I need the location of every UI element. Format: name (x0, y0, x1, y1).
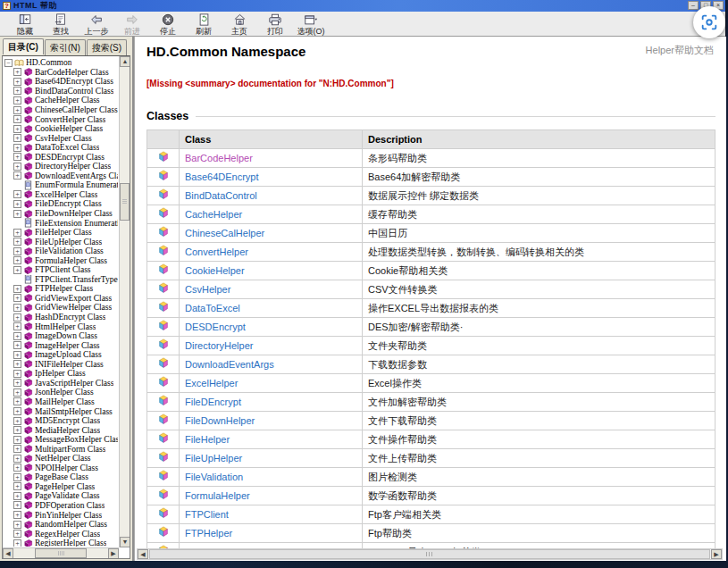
tree-item[interactable]: +PinYinHelper Class (4, 510, 118, 520)
tree-item[interactable]: +FormulaHelper Class (4, 255, 118, 265)
tree-expander[interactable]: + (13, 511, 21, 519)
content-horizontal-scrollbar[interactable]: ◀ ▶ (137, 548, 723, 560)
tree-item[interactable]: +DESDEncrypt Class (4, 152, 118, 162)
tree-item[interactable]: +ImageDown Class (4, 331, 118, 341)
tree-expander[interactable]: + (13, 229, 21, 237)
tree-item[interactable]: +ImageUpload Class (4, 350, 118, 360)
tree-expander[interactable]: + (13, 247, 21, 255)
tab-index[interactable]: 索引(N) (45, 39, 86, 55)
class-link[interactable]: DESDEncrypt (185, 322, 246, 332)
tree-expander[interactable]: + (13, 115, 21, 123)
tree-expander[interactable]: − (4, 59, 13, 67)
tree-item[interactable]: +FileDownHelper Class (4, 209, 118, 219)
hide-button[interactable]: 隐藏 (7, 13, 43, 38)
tree-expander[interactable]: + (13, 256, 21, 264)
options-button[interactable]: 选项(O) (293, 13, 329, 38)
tree-vscroll-thumb[interactable] (120, 183, 130, 221)
tree-item[interactable]: +NPOIHelper Class (4, 464, 118, 473)
tree-expander[interactable]: + (13, 530, 21, 538)
tree-item[interactable]: +CacheHelper Class (4, 96, 118, 105)
class-link[interactable]: CookieHelper (185, 265, 245, 276)
tree-item[interactable]: +DownloadEventArgs Class (4, 171, 118, 181)
class-link[interactable]: Base64DEncrypt (185, 171, 259, 182)
scroll-right-arrow[interactable]: ▶ (108, 548, 119, 559)
tree-hscroll-thumb[interactable] (35, 548, 87, 558)
tree-item[interactable]: +NetHelper Class (4, 454, 118, 464)
scroll-up-arrow[interactable]: ▲ (120, 56, 130, 67)
tree-item[interactable]: +HtmlHelper Class (4, 322, 118, 331)
class-link[interactable]: CsvHelper (185, 284, 230, 295)
tree-item[interactable]: +BindDataControl Class (4, 87, 118, 96)
tree-item[interactable]: +MailHelper Class (4, 397, 118, 407)
tree-expander[interactable]: + (13, 492, 21, 500)
tree-expander[interactable]: + (13, 210, 21, 218)
locate-button[interactable]: 查找 (43, 13, 79, 38)
tree-expander[interactable]: + (13, 125, 21, 133)
tree-expander[interactable]: + (13, 78, 21, 86)
tree-expander[interactable]: + (13, 473, 21, 481)
tree-expander[interactable]: + (13, 332, 21, 340)
tree-item[interactable]: +CookieHelper Class (4, 124, 118, 134)
tree-item[interactable]: +GridViewHelper Class (4, 303, 118, 313)
tree-item[interactable]: +MD5Encrypt Class (4, 416, 118, 426)
tree-expander[interactable]: + (13, 294, 21, 302)
tree-item[interactable]: +MailSmtpHelper Class (4, 406, 118, 416)
tree-item[interactable]: +Base64DEncrypt Class (4, 77, 118, 87)
tree-item[interactable]: +FileHelper Class (4, 228, 118, 238)
tree-item[interactable]: +RegisterHelper Class (4, 539, 118, 547)
refresh-button[interactable]: 刷新 (186, 13, 222, 38)
tree-item[interactable]: +FTPHelper Class (4, 284, 118, 294)
tree-item[interactable]: +ChineseCalHelper Class (4, 105, 118, 115)
tree-item[interactable]: +ExcelHelper Class (4, 190, 118, 200)
tree-item[interactable]: +ConvertHelper Class (4, 114, 118, 124)
tree-item[interactable]: +CsvHelper Class (4, 133, 118, 143)
content-hscroll-thumb[interactable] (149, 549, 710, 559)
tree-expander[interactable]: + (13, 436, 21, 444)
class-link[interactable]: ChineseCalHelper (185, 228, 264, 238)
tree-item[interactable]: +DirectoryHelper Class (4, 162, 118, 171)
tree-expander[interactable]: + (13, 464, 21, 472)
tree-item[interactable]: +DataToExcel Class (4, 143, 118, 153)
tree-expander[interactable]: + (13, 351, 21, 359)
tree-item[interactable]: +INIFileHelper Class (4, 360, 118, 370)
class-link[interactable]: BarCodeHelper (185, 153, 253, 163)
class-link[interactable]: FileDEncrypt (185, 397, 241, 407)
tree-item[interactable]: +FileValidation Class (4, 246, 118, 256)
tree-item[interactable]: +PageHelper Class (4, 482, 118, 492)
tree-item[interactable]: +BarCodeHelper Class (4, 68, 118, 78)
screenshot-overlay-button[interactable] (693, 6, 725, 38)
tree-expander[interactable]: + (13, 153, 21, 161)
class-link[interactable]: FormulaHelper (185, 490, 250, 501)
tree-expander[interactable]: + (13, 68, 21, 76)
stop-button[interactable]: 停止 (150, 13, 186, 38)
class-link[interactable]: ConvertHelper (185, 246, 248, 257)
class-link[interactable]: FileHelper (185, 434, 230, 445)
tree-expander[interactable]: + (13, 96, 21, 104)
tree-expander[interactable]: + (13, 426, 21, 434)
tree-root-hd-common[interactable]: −HD.Common (4, 58, 118, 68)
tree-expander[interactable]: + (13, 379, 21, 387)
class-link[interactable]: CacheHelper (185, 209, 242, 220)
class-link[interactable]: FileValidation (185, 472, 243, 482)
class-link[interactable]: FileUpHelper (185, 453, 242, 464)
scroll-left-arrow[interactable]: ◀ (3, 548, 13, 559)
tree-expander[interactable]: + (13, 417, 21, 425)
tree-vertical-scrollbar[interactable]: ▲ ▼ (119, 56, 130, 547)
tree-expander[interactable]: + (13, 360, 21, 368)
class-link[interactable]: DataToExcel (185, 303, 240, 313)
tab-search[interactable]: 搜索(S) (87, 39, 127, 55)
tree-item[interactable]: +ImageHelper Class (4, 340, 118, 350)
back-button[interactable]: 上一步 (79, 13, 114, 38)
tree-expander[interactable]: + (13, 397, 21, 405)
tab-contents[interactable]: 目录(C) (3, 38, 44, 54)
class-link[interactable]: DirectoryHelper (185, 340, 253, 351)
tree-item[interactable]: +JavaScriptHelper Class (4, 379, 118, 388)
tree-expander[interactable]: + (13, 266, 21, 274)
tree-expander[interactable]: + (13, 87, 21, 95)
tree-item[interactable]: +IpHelper Class (4, 369, 118, 379)
tree-expander[interactable]: + (13, 388, 21, 397)
tree-item[interactable]: +FileUpHelper Class (4, 237, 118, 246)
tree-expander[interactable]: + (13, 482, 21, 490)
tree-expander[interactable]: + (13, 304, 21, 312)
tree-item[interactable]: +PageValidate Class (4, 491, 118, 501)
